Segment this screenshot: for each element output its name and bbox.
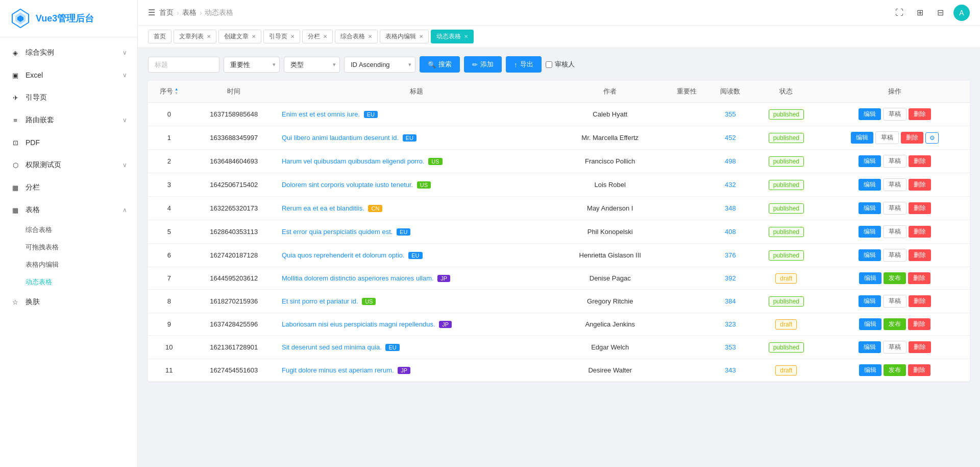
edit-button[interactable]: 编辑	[859, 108, 881, 120]
title-link[interactable]: Harum vel quibusdam quibusdam eligendi p…	[282, 157, 425, 165]
sidebar-item-inline-edit[interactable]: 表格内编辑	[26, 256, 137, 273]
tab-close-icon[interactable]: ✕	[368, 34, 372, 39]
title-filter-input[interactable]	[148, 57, 219, 73]
tab-close-icon[interactable]: ✕	[323, 34, 327, 39]
publish-button[interactable]: 发布	[884, 318, 906, 330]
draft-button[interactable]: 草稿	[883, 295, 906, 308]
draft-button[interactable]: 草稿	[883, 178, 906, 191]
type-select[interactable]: 类型 EU US CN JP	[284, 57, 340, 73]
menu-icon[interactable]: ☰	[148, 8, 155, 17]
delete-button[interactable]: 删除	[901, 132, 923, 144]
edit-button[interactable]: 编辑	[859, 272, 881, 284]
edit-button[interactable]: 编辑	[859, 226, 881, 238]
delete-button[interactable]: 删除	[909, 202, 931, 214]
title-link[interactable]: Sit deserunt sed sed minima quia.	[282, 343, 382, 351]
tab-article-list[interactable]: 文章列表 ✕	[174, 30, 216, 43]
sidebar-item-router[interactable]: ≡ 路由嵌套 ∨	[0, 109, 137, 131]
sidebar-item-excel[interactable]: ▣ Excel ∨	[0, 64, 137, 86]
title-link[interactable]: Est error quia perspiciatis quidem est.	[282, 228, 393, 236]
title-link[interactable]: Mollitia dolorem distinctio asperiores m…	[282, 274, 434, 282]
add-button[interactable]: ✏ 添加	[464, 56, 502, 73]
draft-button[interactable]: 草稿	[883, 202, 906, 215]
title-link[interactable]: Dolorem sint corporis voluptate iusto te…	[282, 181, 413, 189]
draft-button[interactable]: 草稿	[883, 155, 906, 168]
delete-button[interactable]: 删除	[909, 295, 931, 307]
delete-button[interactable]: 删除	[909, 108, 931, 120]
sidebar-item-guide[interactable]: ✈ 引导页	[0, 86, 137, 109]
delete-button[interactable]: 删除	[909, 179, 931, 191]
layout-icon[interactable]: ⊞	[913, 6, 927, 20]
tab-close-icon[interactable]: ✕	[419, 34, 423, 39]
tab-close-icon[interactable]: ✕	[464, 34, 468, 39]
edit-button[interactable]: 编辑	[859, 155, 881, 167]
sidebar-item-draggable-table[interactable]: 可拖拽表格	[26, 239, 137, 256]
title-link[interactable]: Rerum ea et ea et blanditiis.	[282, 204, 364, 212]
delete-button[interactable]: 删除	[909, 341, 931, 353]
sidebar-item-pdf[interactable]: ⊡ PDF	[0, 131, 137, 154]
draft-button[interactable]: 草稿	[883, 249, 906, 262]
cell-status: published	[752, 336, 820, 359]
draft-button[interactable]: 草稿	[883, 108, 906, 121]
sidebar-item-comprehensive[interactable]: ◈ 综合实例 ∨	[0, 41, 137, 64]
edit-button[interactable]: 编辑	[859, 202, 881, 214]
fullscreen-icon[interactable]: ⛶	[892, 6, 906, 20]
publish-button[interactable]: 发布	[884, 272, 906, 284]
title-link[interactable]: Fugit dolore minus est aperiam rerum.	[282, 366, 394, 374]
comprehensive-icon: ◈	[10, 48, 20, 58]
importance-select[interactable]: 重要性 高 中 低	[224, 57, 280, 73]
cell-status: draft	[752, 313, 820, 336]
export-button[interactable]: ↑ 导出	[506, 56, 542, 73]
sidebar-item-comprehensive-table[interactable]: 综合表格	[26, 221, 137, 239]
search-button[interactable]: 🔍 搜索	[420, 56, 460, 73]
edit-button[interactable]: 编辑	[859, 318, 881, 330]
cell-actions: 编辑 草稿 删除	[820, 197, 970, 220]
sidebar-item-label: 分栏	[26, 183, 127, 192]
tab-dynamic-table[interactable]: 动态表格 ✕	[431, 30, 474, 43]
sidebar-item-table[interactable]: ▦ 表格 ∧	[0, 199, 137, 221]
tab-close-icon[interactable]: ✕	[207, 34, 211, 39]
delete-button[interactable]: 删除	[908, 364, 930, 376]
delete-button[interactable]: 删除	[909, 155, 931, 167]
edit-button[interactable]: 编辑	[859, 341, 881, 353]
tab-close-icon[interactable]: ✕	[290, 34, 295, 39]
draft-button[interactable]: 草稿	[883, 225, 906, 238]
publish-button[interactable]: 发布	[884, 364, 906, 376]
title-link[interactable]: Quia quos reprehenderit et dolorum optio…	[282, 251, 405, 259]
sidebar-item-skin[interactable]: ☆ 换肤	[0, 291, 137, 313]
title-link[interactable]: Enim est et est omnis iure.	[282, 110, 360, 118]
reviewer-checkbox-label[interactable]: 审核人	[546, 60, 575, 69]
edit-button[interactable]: 编辑	[859, 364, 881, 376]
tab-close-icon[interactable]: ✕	[252, 34, 256, 39]
tab-inline-edit[interactable]: 表格内编辑 ✕	[380, 30, 429, 43]
title-link[interactable]: Et sint porro et pariatur id.	[282, 297, 358, 305]
title-link[interactable]: Laboriosam nisi eius perspiciatis magni …	[282, 320, 435, 328]
tab-comprehensive-table[interactable]: 综合表格 ✕	[335, 30, 378, 43]
tab-guide[interactable]: 引导页 ✕	[263, 30, 300, 43]
sidebar-item-columns[interactable]: ▦ 分栏	[0, 176, 137, 199]
reviewer-checkbox[interactable]	[546, 61, 552, 68]
title-link[interactable]: Qui libero animi laudantium deserunt id.	[282, 134, 399, 142]
tab-columns[interactable]: 分栏 ✕	[302, 30, 333, 43]
breadcrumb-table[interactable]: 表格	[182, 8, 197, 17]
draft-button[interactable]: 草稿	[883, 341, 906, 354]
delete-button[interactable]: 删除	[909, 226, 931, 238]
sidebar-item-permissions[interactable]: ⬡ 权限测试页 ∨	[0, 154, 137, 176]
setting-button[interactable]: ⚙	[925, 132, 939, 144]
tab-create-article[interactable]: 创建文章 ✕	[218, 30, 261, 43]
edit-button[interactable]: 编辑	[851, 132, 873, 144]
delete-button[interactable]: 删除	[908, 272, 930, 284]
sort-id[interactable]: 序号 ▲▼	[160, 87, 179, 96]
edit-button[interactable]: 编辑	[859, 249, 881, 261]
delete-button[interactable]: 删除	[909, 249, 931, 261]
sidebar-item-dynamic-table[interactable]: 动态表格	[26, 273, 137, 291]
avatar[interactable]: A	[953, 5, 970, 21]
edit-button[interactable]: 编辑	[859, 179, 881, 191]
draft-button[interactable]: 草稿	[875, 131, 899, 144]
breadcrumb-home[interactable]: 首页	[159, 8, 174, 17]
cell-reads: 498	[708, 150, 752, 173]
tab-home[interactable]: 首页	[148, 30, 172, 43]
translate-icon[interactable]: ⊟	[933, 6, 947, 20]
sort-select[interactable]: ID Ascending ID Descending Title Ascendi…	[344, 57, 415, 73]
edit-button[interactable]: 编辑	[859, 295, 881, 307]
delete-button[interactable]: 删除	[908, 318, 930, 330]
